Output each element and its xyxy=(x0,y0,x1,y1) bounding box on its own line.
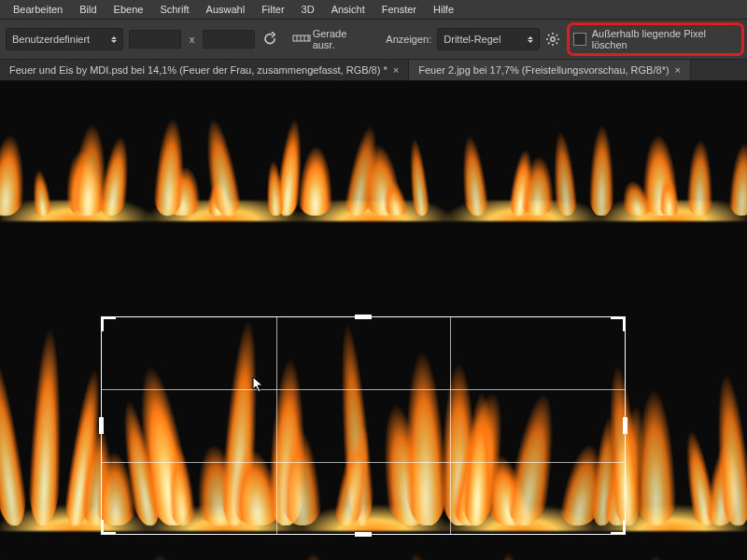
document-tab[interactable]: Feuer 2.jpg bei 17,7% (Freistellungsvors… xyxy=(409,60,691,80)
crop-handle-corner[interactable] xyxy=(101,520,116,535)
crop-options-bar: Benutzerdefiniert x Gerade ausr. Anzeige… xyxy=(0,20,747,60)
crop-handle-corner[interactable] xyxy=(101,316,116,331)
close-icon[interactable]: × xyxy=(675,64,681,76)
overlay-select[interactable]: Drittel-Regel xyxy=(437,28,540,50)
highlighted-option: Außerhalb liegende Pixel löschen xyxy=(570,25,741,53)
crop-handle-edge[interactable] xyxy=(99,417,104,434)
swap-dimensions-icon[interactable] xyxy=(261,32,275,47)
tab-title: Feuer und Eis by MDI.psd bei 14,1% (Feue… xyxy=(9,64,388,76)
grid-line xyxy=(450,317,451,534)
crop-handle-edge[interactable] xyxy=(355,532,372,537)
close-icon[interactable]: × xyxy=(393,64,399,76)
gear-icon[interactable] xyxy=(545,32,560,47)
crop-handle-corner[interactable] xyxy=(611,316,626,331)
show-label: Anzeigen: xyxy=(386,34,431,45)
crop-handle-edge[interactable] xyxy=(623,417,627,434)
delete-cropped-checkbox[interactable] xyxy=(573,33,585,46)
grid-line xyxy=(276,317,277,534)
svg-point-5 xyxy=(551,37,555,41)
menu-item[interactable]: Hilfe xyxy=(433,4,454,15)
straighten-icon[interactable] xyxy=(292,32,307,47)
menu-item[interactable]: Ansicht xyxy=(331,4,365,15)
crop-width-input[interactable] xyxy=(129,30,181,49)
delete-cropped-label: Außerhalb liegende Pixel löschen xyxy=(592,28,738,50)
document-tabs: Feuer und Eis by MDI.psd bei 14,1% (Feue… xyxy=(0,60,747,81)
menu-bar: Bearbeiten Bild Ebene Schrift Auswahl Fi… xyxy=(0,0,747,20)
menu-item[interactable]: Auswahl xyxy=(206,4,246,15)
svg-line-13 xyxy=(557,35,558,36)
straighten-label: Gerade ausr. xyxy=(313,28,370,50)
document-tab[interactable]: Feuer und Eis by MDI.psd bei 14,1% (Feue… xyxy=(0,60,409,80)
menu-item[interactable]: 3D xyxy=(302,4,315,15)
tab-title: Feuer 2.jpg bei 17,7% (Freistellungsvors… xyxy=(418,64,669,76)
svg-rect-0 xyxy=(293,35,310,41)
svg-line-11 xyxy=(557,43,558,45)
grid-line xyxy=(102,389,625,390)
crop-handle-corner[interactable] xyxy=(611,520,626,535)
menu-item[interactable]: Bild xyxy=(79,4,96,15)
menu-item[interactable]: Bearbeiten xyxy=(13,4,63,15)
canvas[interactable] xyxy=(0,81,747,560)
menu-item[interactable]: Schrift xyxy=(160,4,189,15)
crop-marquee[interactable] xyxy=(101,316,626,535)
by-separator: x xyxy=(187,34,198,45)
menu-item[interactable]: Filter xyxy=(261,4,284,15)
svg-line-12 xyxy=(548,43,550,45)
stepper-icon xyxy=(528,36,533,43)
crop-handle-edge[interactable] xyxy=(355,315,372,319)
image-content xyxy=(0,543,747,560)
overlay-value: Drittel-Regel xyxy=(444,34,500,45)
image-content xyxy=(0,81,747,221)
menu-item[interactable]: Fenster xyxy=(382,4,416,15)
crop-height-input[interactable] xyxy=(203,30,255,49)
stepper-icon xyxy=(111,36,117,43)
menu-item[interactable]: Ebene xyxy=(114,4,144,15)
svg-line-10 xyxy=(548,35,550,36)
ratio-preset-select[interactable]: Benutzerdefiniert xyxy=(6,28,123,50)
grid-line xyxy=(102,462,625,463)
ratio-preset-value: Benutzerdefiniert xyxy=(12,34,90,45)
